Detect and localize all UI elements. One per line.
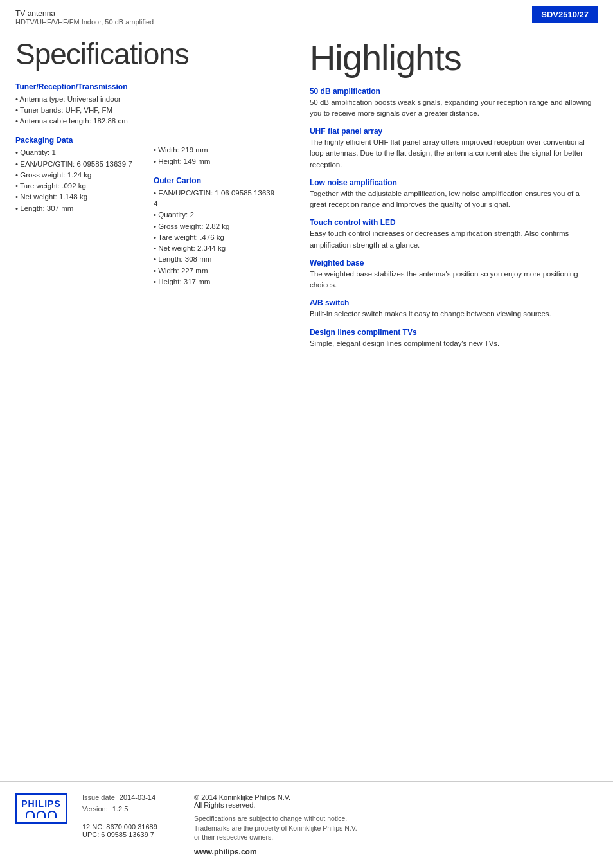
footer-col-1: Issue date 2014-03-14 Version: 1.2.5 12 …	[82, 793, 179, 856]
philips-waves	[26, 811, 57, 818]
philips-wordmark: PHILIPS	[21, 799, 60, 809]
upc-number: UPC: 6 09585 13639 7	[82, 831, 179, 838]
list-item: Length: 308 mm	[154, 254, 279, 265]
highlight-heading-5: Weighted base	[310, 258, 598, 267]
highlight-heading-7: Design lines compliment TVs	[310, 328, 598, 337]
highlight-text-6: Built-in selector switch makes it easy t…	[310, 309, 598, 320]
highlights-title: Highlights	[310, 38, 598, 78]
highlight-item-1: 50 dB amplification 50 dB amplification …	[310, 87, 598, 120]
version-value: 1.2.5	[112, 805, 128, 813]
list-item: Net weight: 1.148 kg	[15, 192, 141, 203]
issue-date-value: 2014-03-14	[120, 793, 155, 801]
list-item: Width: 227 mm	[154, 266, 279, 276]
page-header: TV antenna HDTV/UHF/VHF/FM Indoor, 50 dB…	[0, 0, 613, 26]
highlight-item-5: Weighted base The weighted base stabiliz…	[310, 258, 598, 291]
footer-issue-date: Issue date 2014-03-14	[82, 793, 179, 801]
list-item: EAN/UPC/GTIN: 1 06 09585 13639 4	[154, 188, 279, 210]
highlight-item-2: UHF flat panel array The highly efficien…	[310, 127, 598, 170]
list-item: Quantity: 2	[154, 210, 279, 221]
tuner-heading: Tuner/Reception/Transmission	[15, 82, 279, 91]
highlight-text-5: The weighted base stabilizes the antenna…	[310, 269, 598, 291]
outer-carton-heading: Outer Carton	[154, 176, 279, 185]
wave-3	[48, 811, 57, 818]
list-item: Tare weight: .092 kg	[15, 181, 141, 192]
list-item: Tare weight: .476 kg	[154, 232, 279, 243]
list-item: Antenna type: Universal indoor	[15, 94, 279, 105]
list-item: Net weight: 2.344 kg	[154, 243, 279, 254]
inner-carton-list: Width: 219 mm Height: 149 mm	[154, 145, 279, 167]
model-badge: SDV2510/27	[532, 6, 598, 23]
packaging-list: Quantity: 1 EAN/UPC/GTIN: 6 09585 13639 …	[15, 147, 141, 214]
outer-carton-list: EAN/UPC/GTIN: 1 06 09585 13639 4 Quantit…	[154, 188, 279, 287]
footer: PHILIPS Issue date 2014-03-14 Ve	[0, 781, 613, 868]
list-item: Gross weight: 1.24 kg	[15, 170, 141, 181]
list-item: EAN/UPC/GTIN: 6 09585 13639 7	[15, 159, 141, 170]
highlight-heading-1: 50 dB amplification	[310, 87, 598, 96]
highlight-heading-3: Low noise amplification	[310, 178, 598, 187]
highlight-text-7: Simple, elegant design lines compliment …	[310, 338, 598, 349]
philips-logo: PHILIPS	[15, 793, 67, 824]
highlight-heading-4: Touch control with LED	[310, 218, 598, 227]
highlight-item-7: Design lines compliment TVs Simple, eleg…	[310, 328, 598, 349]
highlight-item-6: A/B switch Built-in selector switch make…	[310, 298, 598, 320]
highlights-section: Highlights 50 dB amplification 50 dB amp…	[294, 26, 613, 368]
highlight-text-2: The highly efficient UHF flat panel arra…	[310, 137, 598, 170]
footer-nc: 12 NC: 8670 000 31689 UPC: 6 09585 13639…	[82, 823, 179, 838]
list-item: Width: 219 mm	[154, 145, 279, 156]
list-item: Gross weight: 2.82 kg	[154, 221, 279, 232]
list-item: Quantity: 1	[15, 147, 141, 158]
list-item: Tuner bands: UHF, VHF, FM	[15, 105, 279, 116]
nc-number: 12 NC: 8670 000 31689	[82, 823, 179, 831]
philips-logo-container: PHILIPS	[15, 793, 67, 824]
specifications-section: Specifications Tuner/Reception/Transmiss…	[0, 26, 294, 368]
version-label: Version:	[82, 805, 108, 813]
issue-label: Issue date	[82, 793, 115, 801]
footer-legal: Specifications are subject to change wit…	[194, 814, 357, 842]
tuner-list: Antenna type: Universal indoor Tuner ban…	[15, 94, 279, 127]
wave-2	[37, 811, 46, 818]
list-item: Height: 149 mm	[154, 156, 279, 167]
highlight-text-1: 50 dB amplification boosts weak signals,…	[310, 97, 598, 120]
footer-details: Issue date 2014-03-14 Version: 1.2.5 12 …	[82, 793, 598, 856]
packaging-heading: Packaging Data	[15, 136, 141, 145]
highlight-text-3: Together with the adjustable amplificati…	[310, 188, 598, 211]
footer-copyright: © 2014 Koninklijke Philips N.V. All Righ…	[194, 793, 357, 809]
list-item: Antenna cable length: 182.88 cm	[15, 116, 279, 127]
list-item: Height: 317 mm	[154, 276, 279, 287]
product-type: TV antenna	[15, 9, 154, 18]
footer-version: Version: 1.2.5	[82, 805, 179, 813]
footer-website[interactable]: www.philips.com	[194, 847, 257, 856]
highlight-heading-2: UHF flat panel array	[310, 127, 598, 136]
highlight-item-4: Touch control with LED Easy touch contro…	[310, 218, 598, 251]
main-content: Specifications Tuner/Reception/Transmiss…	[0, 26, 613, 368]
product-desc: HDTV/UHF/VHF/FM Indoor, 50 dB amplified	[15, 18, 154, 26]
highlight-heading-6: A/B switch	[310, 298, 598, 307]
footer-col-2: © 2014 Koninklijke Philips N.V. All Righ…	[194, 793, 357, 856]
highlight-item-3: Low noise amplification Together with th…	[310, 178, 598, 211]
list-item: Length: 307 mm	[15, 203, 141, 214]
highlight-text-4: Easy touch control increases or decrease…	[310, 228, 598, 251]
wave-1	[26, 811, 35, 818]
specs-title: Specifications	[15, 38, 279, 71]
